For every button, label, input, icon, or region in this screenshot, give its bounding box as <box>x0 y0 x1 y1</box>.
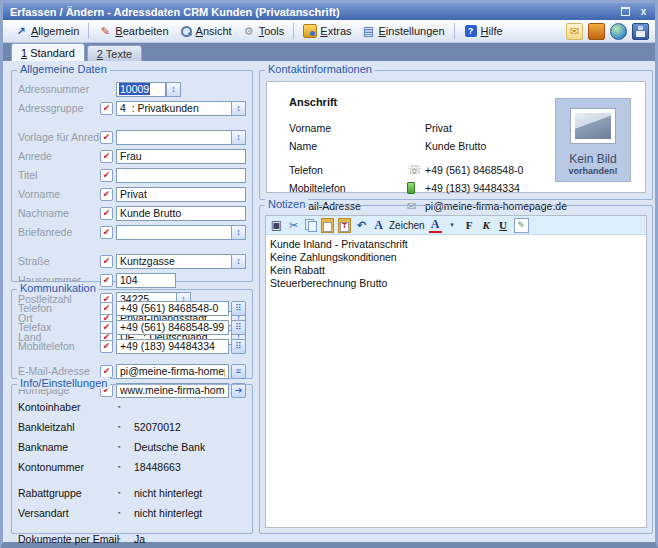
app-window: Erfassen / Ändern - Adressdaten CRM Kund… <box>0 0 658 548</box>
gear-icon: ⚙ <box>242 24 256 38</box>
dial-icon[interactable]: ⠿ <box>231 301 246 316</box>
compose-mail-icon[interactable]: ≡ <box>231 364 246 379</box>
email-input[interactable] <box>116 364 229 379</box>
title-bar: Erfassen / Ändern - Adressdaten CRM Kund… <box>3 3 655 20</box>
adressnummer-input[interactable]: 10009 <box>116 82 166 97</box>
adressnummer-spinner[interactable]: ↕ <box>166 82 181 97</box>
bold-icon[interactable]: F <box>463 218 476 232</box>
globe-icon[interactable] <box>610 23 627 40</box>
help-icon: ? <box>464 24 478 38</box>
edit-note-icon[interactable]: ✎ <box>514 218 529 233</box>
field-adressnummer: Adressnummer 10009 ↕ <box>18 81 246 97</box>
font-color-icon[interactable]: A <box>429 217 442 233</box>
note-line: Kein Rabatt <box>270 264 642 277</box>
tab-standard[interactable]: 1 Standard <box>11 43 85 61</box>
photo-placeholder[interactable]: Kein Bild vorhanden! <box>555 98 631 182</box>
group-allgemeine-daten: Allgemeine Daten Adressnummer 10009 ↕ Ad… <box>11 70 253 282</box>
telefon-input[interactable] <box>116 301 229 316</box>
hausnummer-input[interactable] <box>116 273 176 288</box>
restore-button[interactable] <box>618 5 633 18</box>
anrede-input[interactable] <box>116 149 246 164</box>
info-kontoinhaber: Kontoinhaber ▪ <box>18 399 246 414</box>
arrow-ne-icon: ↗ <box>14 24 28 38</box>
dial-icon[interactable]: ⠿ <box>231 320 246 335</box>
chevron-down-icon[interactable]: ↕ <box>231 130 246 145</box>
check-button[interactable]: ✔ <box>100 150 113 163</box>
note-line: Keine Zahlungskonditionen <box>270 251 642 264</box>
dial-icon[interactable]: ⠿ <box>231 339 246 354</box>
adressgruppe-input[interactable] <box>116 101 231 116</box>
check-button[interactable]: ✔ <box>100 102 113 115</box>
check-button[interactable]: ✔ <box>100 207 113 220</box>
check-button[interactable]: ✔ <box>100 169 113 182</box>
zeichen-label: Zeichen <box>389 218 425 232</box>
font-icon[interactable]: A <box>372 218 385 232</box>
notes-textarea[interactable]: Kunde Inland - Privatanschrift Keine Zah… <box>266 235 646 527</box>
paste-icon[interactable] <box>321 218 334 232</box>
group-notizen: Notizen ▣ ✂ ↶ A Zeichen A ▾ F K U ✎ <box>259 205 653 534</box>
menu-tools[interactable]: ⚙ Tools <box>237 22 290 40</box>
check-button[interactable]: ✔ <box>100 365 113 378</box>
notes-toolbar: ▣ ✂ ↶ A Zeichen A ▾ F K U ✎ <box>266 216 646 235</box>
info-kontonummer: Kontonummer ▪ 18448663 <box>18 459 246 474</box>
menu-separator <box>454 23 455 39</box>
menu-hilfe[interactable]: ? Hilfe <box>459 22 508 40</box>
edit-note-icon: ✎ <box>98 24 112 38</box>
field-telefon: Telefon ✔ ⠿ <box>18 300 246 316</box>
vorname-input[interactable] <box>116 187 246 202</box>
chevron-down-icon[interactable]: ↕ <box>231 254 246 269</box>
image-icon <box>570 108 616 144</box>
contact-telefon: Telefon ☏ +49 (561) 8468548-0 <box>289 162 535 178</box>
send-mail-icon[interactable]: ✉ <box>566 23 583 40</box>
chevron-down-icon[interactable]: ↕ <box>231 225 246 240</box>
select-frame-icon[interactable]: ▣ <box>270 218 283 232</box>
nachname-input[interactable] <box>116 206 246 221</box>
field-vorname: Vorname ✔ <box>18 186 246 202</box>
settings-icon: ▤ <box>362 24 376 38</box>
undo-icon[interactable]: ↶ <box>355 218 368 232</box>
check-button[interactable]: ✔ <box>100 131 113 144</box>
strasse-input[interactable] <box>116 254 231 269</box>
vorlage-anrede-input[interactable] <box>116 130 231 145</box>
check-button[interactable]: ✔ <box>100 226 113 239</box>
restore-icon <box>621 7 630 16</box>
copy-icon[interactable] <box>304 218 317 232</box>
menu-extras[interactable]: Extras <box>298 22 356 40</box>
note-line: Steuerberechnung Brutto <box>270 277 642 290</box>
cut-icon[interactable]: ✂ <box>287 218 300 232</box>
contact-mobiltelefon: Mobiltelefon +49 (183) 94484334 <box>289 180 535 196</box>
field-vorlage-anrede: Vorlage für Anrede ✔ ↕ <box>18 129 246 145</box>
mobiltelefon-input[interactable] <box>116 339 229 354</box>
bullet-icon: ▪ <box>118 423 134 430</box>
titel-input[interactable] <box>116 168 246 183</box>
contact-vorname: Vorname Privat <box>289 120 535 136</box>
check-button[interactable]: ✔ <box>100 302 113 315</box>
check-button[interactable]: ✔ <box>100 188 113 201</box>
check-button[interactable]: ✔ <box>100 340 113 353</box>
no-image-text: Kein Bild <box>569 152 616 166</box>
info-bankname: Bankname ▪ Deutsche Bank <box>18 439 246 454</box>
menu-ansicht[interactable]: Ansicht <box>174 22 237 40</box>
basket-icon[interactable] <box>588 23 605 40</box>
chevron-down-icon[interactable]: ↕ <box>231 101 246 116</box>
bullet-icon: ▪ <box>118 535 134 542</box>
telefax-input[interactable] <box>116 320 229 335</box>
tab-texte[interactable]: 2 Texte <box>87 45 142 61</box>
menu-allgemein[interactable]: ↗ Allgemein <box>9 22 84 40</box>
group-title: Notizen <box>265 198 308 210</box>
check-button[interactable]: ✔ <box>100 321 113 334</box>
italic-icon[interactable]: K <box>480 218 493 232</box>
briefanrede-input[interactable] <box>116 225 231 240</box>
save-icon[interactable] <box>632 23 649 40</box>
check-button[interactable]: ✔ <box>100 274 113 287</box>
paste-text-icon[interactable] <box>338 218 351 232</box>
bullet-icon: ▪ <box>118 463 134 470</box>
group-kontaktinformationen: Kontaktinformationen Anschrift Vorname P… <box>259 70 653 200</box>
menu-einstellungen[interactable]: ▤ Einstellungen <box>357 22 450 40</box>
underline-icon[interactable]: U <box>497 218 510 232</box>
menu-separator <box>293 23 294 39</box>
close-button[interactable]: x <box>636 5 651 18</box>
chevron-down-icon[interactable]: ▾ <box>446 218 459 232</box>
menu-bearbeiten[interactable]: ✎ Bearbeiten <box>93 22 173 40</box>
check-button[interactable]: ✔ <box>100 255 113 268</box>
